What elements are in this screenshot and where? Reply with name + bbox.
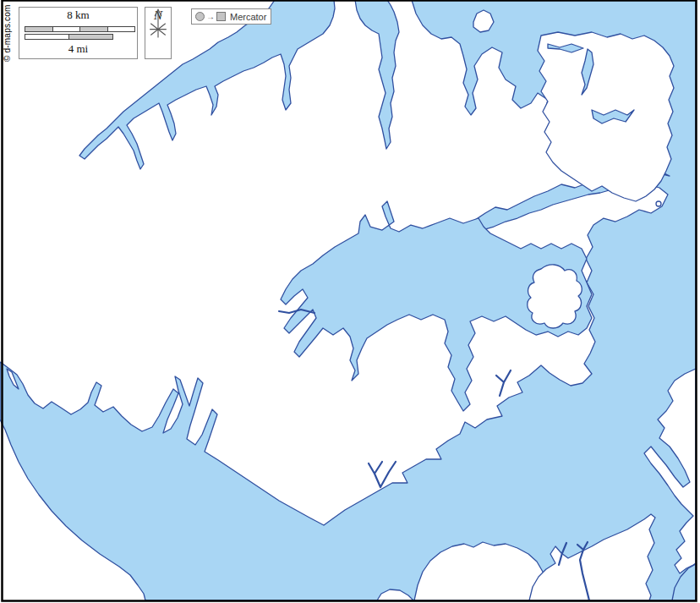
attribution-watermark: © d-maps.com	[3, 4, 12, 62]
scale-bar-box: 8 km 4 mi	[19, 7, 138, 59]
coastline-map	[0, 0, 700, 603]
scale-segment	[52, 27, 80, 31]
coastline-layer	[0, 0, 696, 600]
islet-dot	[656, 201, 661, 206]
scale-segment	[107, 27, 135, 31]
scale-bar-km	[25, 26, 135, 32]
land-blob-estuary-mouth	[528, 265, 582, 328]
arrow-right-icon: →	[206, 13, 215, 21]
projection-label: Mercator	[230, 12, 266, 22]
scale-segment	[68, 35, 112, 39]
scale-segment	[25, 27, 52, 31]
projection-square-icon	[216, 12, 226, 21]
compass-star-icon	[145, 8, 171, 41]
projection-box: → Mercator	[191, 8, 271, 25]
globe-circle-icon	[195, 12, 205, 21]
north-arrow-box: N	[145, 7, 172, 59]
scale-segment	[25, 35, 68, 39]
scale-km-label: 8 km	[19, 8, 137, 23]
creek-coast-small	[496, 370, 511, 396]
scale-mi-label: 4 mi	[19, 41, 137, 57]
scale-bar-mi	[25, 34, 113, 40]
map-canvas: © d-maps.com 8 km 4 mi N	[0, 0, 700, 603]
scale-segment	[79, 27, 107, 31]
